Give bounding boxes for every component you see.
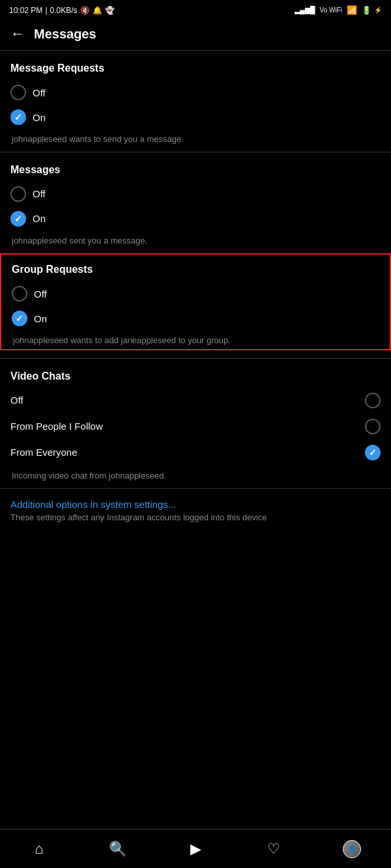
video-chats-people-option[interactable]: From People I Follow <box>10 419 381 434</box>
message-requests-preview: johnappleseed wants to send you a messag… <box>10 134 381 144</box>
messages-on-radio[interactable] <box>10 211 26 227</box>
wifi-icon: 📶 <box>347 5 357 15</box>
video-chats-off-label: Off <box>10 395 23 406</box>
snapchat-icon: 👻 <box>105 6 115 15</box>
section-title-video-chats: Video Chats <box>10 371 381 382</box>
bottom-nav: ⌂ 🔍 ▶ ♡ 👤 <box>0 829 391 868</box>
video-chats-off-option[interactable]: Off <box>10 393 381 408</box>
message-requests-on-option[interactable]: On <box>10 109 381 125</box>
group-requests-on-option[interactable]: On <box>12 311 379 326</box>
bell-icon: 🔔 <box>93 6 102 15</box>
charging-icon: ⚡ <box>374 7 382 14</box>
messages-on-label: On <box>33 213 46 224</box>
avatar-img: 👤 <box>348 845 356 852</box>
message-requests-off-label: Off <box>33 87 46 98</box>
battery-icon: 🔋 <box>362 6 371 15</box>
section-title-messages: Messages <box>10 164 381 176</box>
messages-preview: johnappleseed sent you a message. <box>10 236 381 245</box>
group-requests-preview: johnappleseed wants to add janeappleseed… <box>12 335 379 345</box>
vowifi-label: Vo WiFi <box>320 7 342 14</box>
profile-avatar[interactable]: 👤 <box>343 840 361 858</box>
section-additional: Additional options in system settings...… <box>0 488 391 533</box>
message-requests-on-radio[interactable] <box>10 109 26 125</box>
additional-link[interactable]: Additional options in system settings... <box>10 499 381 510</box>
heart-icon: ♡ <box>267 841 280 858</box>
messages-off-radio[interactable] <box>10 186 26 202</box>
video-chats-people-radio[interactable] <box>365 419 381 434</box>
video-chats-people-label: From People I Follow <box>10 421 103 432</box>
group-requests-off-label: Off <box>34 288 47 300</box>
time: 10:02 PM <box>9 6 42 15</box>
mute-icon: 🔇 <box>80 6 90 15</box>
messages-on-option[interactable]: On <box>10 211 381 227</box>
message-requests-off-option[interactable]: Off <box>10 85 381 100</box>
message-requests-off-radio[interactable] <box>10 85 26 100</box>
page-title: Messages <box>34 27 96 42</box>
signal-icon: ▂▄▆█ <box>295 6 315 14</box>
video-chats-everyone-option[interactable]: From Everyone <box>10 445 381 460</box>
section-messages: Messages Off On johnappleseed sent you a… <box>0 152 391 245</box>
group-requests-off-radio[interactable] <box>12 286 27 301</box>
section-group-requests: Group Requests Off On johnappleseed want… <box>0 253 391 350</box>
group-requests-on-label: On <box>34 313 47 324</box>
status-bar: 10:02 PM | 0.0KB/s 🔇 🔔 👻 ▂▄▆█ Vo WiFi 📶 … <box>0 0 391 19</box>
search-icon: 🔍 <box>109 841 126 858</box>
nav-home[interactable]: ⌂ <box>23 833 55 865</box>
nav-profile[interactable]: 👤 <box>336 833 368 865</box>
video-chats-preview: Incoming video chat from johnappleseed. <box>10 471 381 481</box>
reels-icon: ▶ <box>190 841 201 858</box>
header: ← Messages <box>0 19 391 51</box>
additional-description: These settings affect any Instagram acco… <box>10 512 381 522</box>
section-title-message-requests: Message Requests <box>10 63 381 74</box>
network-speed: | <box>45 6 47 15</box>
video-chats-everyone-radio[interactable] <box>365 445 381 460</box>
nav-heart[interactable]: ♡ <box>257 833 290 865</box>
message-requests-on-label: On <box>33 112 46 123</box>
status-left: 10:02 PM | 0.0KB/s 🔇 🔔 👻 <box>9 6 115 15</box>
status-right: ▂▄▆█ Vo WiFi 📶 🔋 ⚡ <box>295 5 382 15</box>
group-requests-off-option[interactable]: Off <box>12 286 379 301</box>
back-button[interactable]: ← <box>10 25 25 42</box>
nav-search[interactable]: 🔍 <box>101 833 134 865</box>
messages-off-option[interactable]: Off <box>10 186 381 202</box>
group-requests-on-radio[interactable] <box>12 311 27 326</box>
data-speed: 0.0KB/s <box>50 6 78 15</box>
section-video-chats: Video Chats Off From People I Follow Fro… <box>0 359 391 481</box>
section-message-requests: Message Requests Off On johnappleseed wa… <box>0 51 391 144</box>
main-content: Message Requests Off On johnappleseed wa… <box>0 51 391 578</box>
video-chats-everyone-label: From Everyone <box>10 447 78 458</box>
nav-reels[interactable]: ▶ <box>179 833 212 865</box>
section-title-group-requests: Group Requests <box>12 264 379 275</box>
messages-off-label: Off <box>33 188 46 199</box>
video-chats-off-radio[interactable] <box>365 393 381 408</box>
home-icon: ⌂ <box>35 841 43 858</box>
